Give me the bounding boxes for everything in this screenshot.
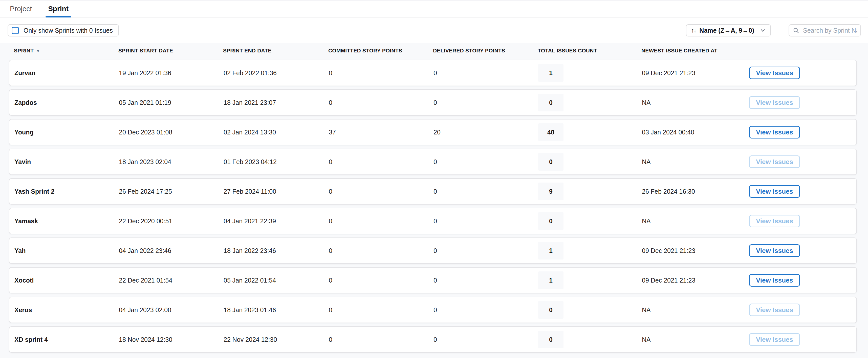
view-issues-button[interactable]: View Issues (749, 66, 800, 79)
actions-cell: View Issues (749, 333, 851, 346)
view-issues-button[interactable]: View Issues (749, 274, 800, 286)
sort-dropdown-label: Name (Z→A, 9→0) (699, 27, 754, 34)
table-row: Yamask 22 Dec 2020 00:51 04 Jan 2021 22:… (9, 208, 857, 234)
total-issues-cell: 1 (538, 242, 642, 259)
delivered-story-points: 0 (433, 218, 538, 225)
delivered-story-points: 0 (433, 336, 538, 343)
total-issues-count-badge: 0 (538, 153, 563, 171)
sprint-name: Zurvan (14, 70, 119, 77)
view-issues-button[interactable]: View Issues (749, 244, 800, 257)
newest-issue-created-at: 09 Dec 2021 21:23 (642, 277, 749, 284)
sort-direction-icon: ↑↓ (691, 27, 696, 34)
newest-issue-created-at: NA (642, 99, 749, 106)
total-issues-cell: 0 (538, 301, 642, 319)
sprint-start-date: 05 Jan 2021 01:19 (119, 99, 224, 106)
header-committed-story-points: COMMITTED STORY POINTS (328, 48, 433, 54)
search-input[interactable] (803, 27, 857, 34)
table-header-row: SPRINT▼ SPRINT START DATE SPRINT END DAT… (9, 43, 857, 58)
sprint-end-date: 02 Feb 2022 01:36 (224, 70, 329, 77)
total-issues-count-badge: 1 (538, 242, 563, 259)
committed-story-points: 0 (329, 306, 433, 314)
sprint-end-date: 27 Feb 2024 11:00 (224, 188, 329, 195)
committed-story-points: 0 (329, 218, 433, 225)
delivered-story-points: 0 (433, 277, 538, 284)
newest-issue-created-at: NA (642, 158, 749, 166)
table-row: Yavin 18 Jan 2023 02:04 01 Feb 2023 04:1… (9, 148, 857, 175)
sprint-start-date: 22 Dec 2021 01:54 (119, 277, 224, 284)
view-issues-button: View Issues (749, 304, 800, 316)
zero-issues-filter-label: Only show Sprints with 0 Issues (24, 27, 113, 34)
header-delivered-story-points: DELIVERED STORY POINTS (433, 48, 538, 54)
delivered-story-points: 0 (433, 306, 538, 314)
sprint-name: Yamask (14, 218, 119, 225)
sprint-end-date: 04 Jan 2021 22:39 (224, 218, 329, 225)
sprint-end-date: 18 Jan 2023 01:46 (224, 306, 329, 314)
view-issues-button: View Issues (749, 333, 800, 346)
table-row: Zapdos 05 Jan 2021 01:19 18 Jan 2021 23:… (9, 89, 857, 116)
total-issues-cell: 9 (538, 183, 642, 200)
toolbar: Only show Sprints with 0 Issues ↑↓ Name … (0, 18, 868, 43)
table-row: Zurvan 19 Jan 2022 01:36 02 Feb 2022 01:… (9, 60, 857, 86)
sprint-start-date: 20 Dec 2023 01:08 (119, 129, 224, 136)
sprint-end-date: 01 Feb 2023 04:12 (224, 158, 329, 166)
sprint-end-date: 02 Jan 2024 13:30 (224, 129, 329, 136)
delivered-story-points: 20 (433, 129, 538, 136)
sprint-start-date: 04 Jan 2022 23:46 (119, 247, 224, 254)
tab-bar: Project Sprint (0, 0, 868, 18)
header-sprint[interactable]: SPRINT▼ (14, 48, 118, 54)
sort-dropdown[interactable]: ↑↓ Name (Z→A, 9→0) (686, 24, 771, 36)
sprint-name: XD sprint 4 (14, 336, 119, 343)
total-issues-count-badge: 1 (538, 64, 563, 82)
tab-project[interactable]: Project (9, 1, 33, 17)
total-issues-count-badge: 0 (538, 94, 563, 111)
zero-issues-filter[interactable]: Only show Sprints with 0 Issues (8, 24, 119, 36)
sort-descending-icon: ▼ (36, 49, 40, 53)
total-issues-count-badge: 0 (538, 301, 563, 319)
sprint-name: Yah (14, 247, 119, 254)
committed-story-points: 0 (329, 99, 433, 106)
committed-story-points: 0 (329, 247, 433, 254)
header-sprint-end-date: SPRINT END DATE (223, 48, 328, 54)
actions-cell: View Issues (749, 96, 851, 109)
committed-story-points: 0 (329, 158, 433, 166)
toolbar-right-controls: ↑↓ Name (Z→A, 9→0) (686, 24, 861, 36)
view-issues-button[interactable]: View Issues (749, 185, 800, 198)
tab-project-label: Project (10, 5, 32, 13)
sprint-end-date: 18 Jan 2021 23:07 (224, 99, 329, 106)
sprint-name: Zapdos (14, 99, 119, 106)
tab-sprint-label: Sprint (48, 5, 68, 13)
total-issues-cell: 0 (538, 212, 642, 230)
total-issues-count-badge: 9 (538, 183, 563, 200)
view-issues-button[interactable]: View Issues (749, 126, 800, 138)
actions-cell: View Issues (749, 126, 851, 138)
zero-issues-checkbox[interactable] (12, 27, 19, 34)
sprint-end-date: 05 Jan 2022 01:54 (224, 277, 329, 284)
table-row: Xeros 04 Jan 2023 02:00 18 Jan 2023 01:4… (9, 297, 857, 323)
sprint-start-date: 19 Jan 2022 01:36 (119, 70, 224, 77)
sprint-start-date: 26 Feb 2024 17:25 (119, 188, 224, 195)
sprint-name: Xeros (14, 306, 119, 314)
tab-sprint[interactable]: Sprint (47, 1, 69, 17)
sprint-name: Young (14, 129, 119, 136)
newest-issue-created-at: 03 Jan 2024 00:40 (642, 129, 749, 136)
search-icon (793, 27, 800, 34)
total-issues-count-badge: 40 (538, 123, 563, 141)
delivered-story-points: 0 (433, 188, 538, 195)
sprint-name: Yavin (14, 158, 119, 166)
sprint-name: Yash Sprint 2 (14, 188, 119, 195)
committed-story-points: 0 (329, 277, 433, 284)
newest-issue-created-at: NA (642, 336, 749, 343)
committed-story-points: 0 (329, 336, 433, 343)
newest-issue-created-at: NA (642, 218, 749, 225)
total-issues-count-badge: 0 (538, 212, 563, 230)
view-issues-button: View Issues (749, 215, 800, 227)
newest-issue-created-at: 09 Dec 2021 21:23 (642, 70, 749, 77)
sprint-name: Xocotl (14, 277, 119, 284)
delivered-story-points: 0 (433, 158, 538, 166)
sprint-start-date: 22 Dec 2020 00:51 (119, 218, 224, 225)
actions-cell: View Issues (749, 156, 851, 168)
total-issues-count-badge: 1 (538, 271, 563, 289)
sprint-start-date: 04 Jan 2023 02:00 (119, 306, 224, 314)
total-issues-cell: 1 (538, 64, 642, 82)
table-row: Young 20 Dec 2023 01:08 02 Jan 2024 13:3… (9, 119, 857, 145)
